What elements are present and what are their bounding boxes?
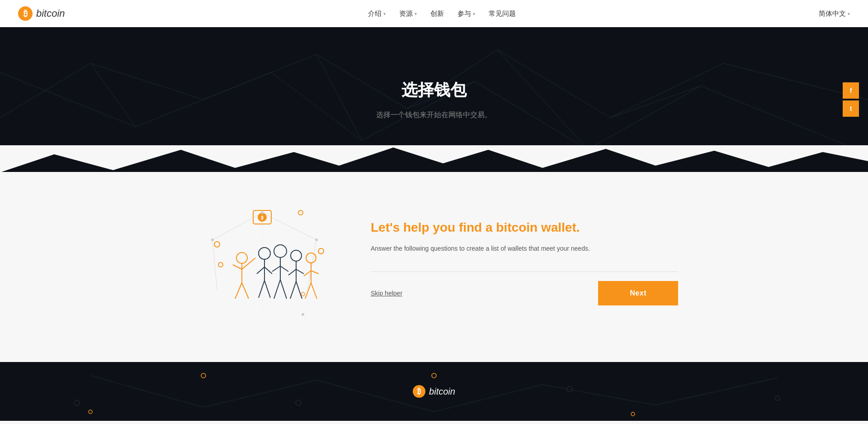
hero-edge [0,145,868,172]
svg-point-36 [236,252,247,263]
wallet-text-section: Let's help you find a bitcoin wallet. An… [371,219,678,305]
svg-line-17 [90,63,136,127]
bitcoin-logo-icon: ₿ [18,6,33,21]
svg-point-60 [306,253,316,263]
hero-title: 选择钱包 [401,79,467,101]
skip-helper-link[interactable]: Skip helper [371,290,402,297]
svg-line-7 [497,50,610,118]
wallet-illustration: ₿ [190,199,335,326]
logo[interactable]: ₿ bitcoin [18,6,65,21]
nav-label-innovation: 创新 [430,10,444,18]
svg-line-71 [203,380,316,407]
action-row: Skip helper Next [371,272,678,305]
svg-line-46 [259,281,264,298]
svg-line-24 [212,213,262,240]
svg-point-33 [318,248,324,254]
footer-bitcoin-icon: ₿ [413,385,425,398]
svg-point-48 [274,245,287,257]
svg-line-40 [235,283,242,299]
svg-text:₿: ₿ [417,387,421,395]
svg-line-15 [588,86,701,149]
svg-point-31 [214,242,220,247]
svg-line-47 [264,281,270,298]
footer-logo[interactable]: ₿ bitcoin [413,385,455,398]
chevron-down-icon: ▾ [415,11,417,16]
nav-label-participate: 参与 [458,10,471,18]
svg-line-23 [262,213,316,240]
svg-line-5 [316,54,407,109]
svg-line-22 [610,86,701,118]
svg-point-54 [291,250,302,261]
svg-point-76 [201,373,206,378]
nav-item-resources[interactable]: 资源 ▾ [399,10,417,18]
svg-point-77 [74,400,80,405]
svg-line-52 [274,280,280,299]
svg-point-34 [298,210,303,215]
facebook-button[interactable]: f [843,82,859,99]
logo-text: bitcoin [36,8,65,19]
nav-label-intro: 介绍 [368,10,382,18]
nav-item-innovation[interactable]: 创新 [430,10,444,18]
next-button[interactable]: Next [598,281,678,305]
svg-point-35 [301,292,305,296]
svg-line-25 [307,240,316,290]
footer: ₿ bitcoin [0,362,868,421]
hero-section: 选择钱包 选择一个钱包来开始在网络中交易。 f t [0,27,868,172]
header: ₿ bitcoin 介绍 ▾ 资源 ▾ 创新 参与 ▾ 常见问题 简体中文 ▾ [0,0,868,27]
nav-label-resources: 资源 [399,10,413,18]
chevron-down-icon: ▾ [473,11,475,16]
svg-text:₿: ₿ [261,215,264,220]
svg-line-18 [203,72,271,100]
nav-item-faq[interactable]: 常见问题 [489,10,516,18]
svg-line-45 [264,267,272,274]
svg-point-68 [315,238,318,241]
chevron-down-icon: ▾ [848,11,850,16]
nav-item-intro[interactable]: 介绍 ▾ [368,10,386,18]
lang-label: 简体中文 [819,10,846,18]
footer-logo-text: bitcoin [429,386,455,397]
svg-point-80 [432,373,436,378]
twitter-button[interactable]: t [843,100,859,117]
svg-point-42 [259,248,270,259]
svg-line-75 [656,378,778,405]
language-selector[interactable]: 简体中文 ▾ [819,10,850,18]
svg-line-63 [311,271,319,274]
svg-line-50 [272,266,280,272]
svg-line-58 [290,281,296,299]
svg-line-21 [497,50,588,149]
twitter-icon: t [850,105,852,112]
svg-line-3 [90,63,203,100]
svg-line-59 [296,281,302,299]
svg-point-78 [296,400,301,405]
wallet-description: Answer the following questions to create… [371,243,678,253]
wallet-heading: Let's help you find a bitcoin wallet. [371,219,678,236]
svg-line-38 [233,265,242,269]
svg-line-70 [90,376,203,407]
svg-line-57 [296,269,304,274]
svg-point-82 [89,410,92,414]
svg-point-69 [302,313,304,316]
hero-subtitle: 选择一个钱包来开始在网络中交易。 [376,110,492,120]
main-nav: 介绍 ▾ 资源 ▾ 创新 参与 ▾ 常见问题 [368,10,516,18]
svg-line-56 [288,269,296,275]
social-buttons: f t [843,82,859,117]
main-content: ₿ [0,172,868,362]
svg-line-65 [311,283,317,299]
svg-line-39 [242,258,255,269]
content-inner: ₿ [163,199,705,326]
svg-line-51 [280,266,288,272]
facebook-icon: f [850,87,852,94]
svg-point-32 [218,262,223,267]
svg-point-81 [775,396,780,400]
svg-point-66 [261,211,264,214]
nav-label-faq: 常见问题 [489,10,516,18]
svg-point-67 [211,238,214,241]
chevron-down-icon: ▾ [383,11,386,16]
svg-line-74 [542,385,656,405]
svg-line-19 [316,54,362,140]
svg-line-12 [271,72,362,140]
svg-line-10 [0,72,136,127]
svg-text:₿: ₿ [24,9,28,18]
svg-line-8 [610,63,723,118]
nav-item-participate[interactable]: 参与 ▾ [458,10,475,18]
